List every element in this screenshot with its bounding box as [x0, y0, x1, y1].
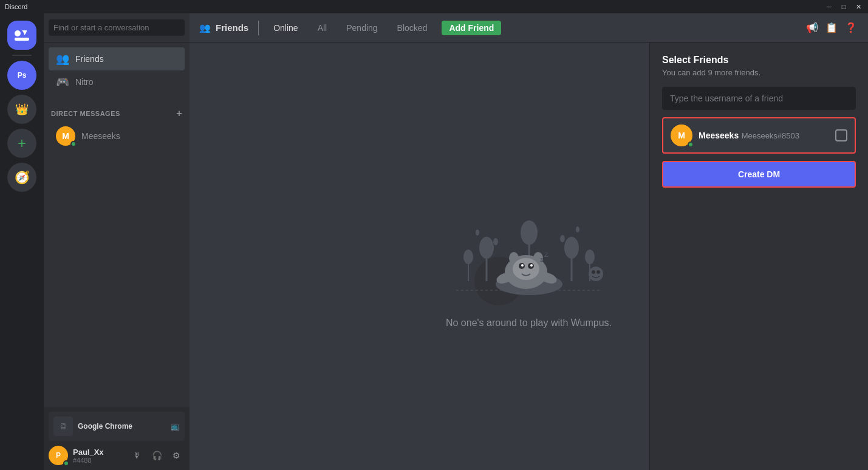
game-icon: 🖥	[59, 421, 67, 431]
friends-area: z z	[190, 43, 868, 470]
friend-search-input[interactable]	[662, 87, 856, 110]
dm-header: Direct Messages +	[44, 98, 190, 121]
user-details: Paul_Xx #4488	[73, 448, 124, 464]
svg-rect-0	[15, 30, 21, 36]
svg-point-31	[592, 270, 595, 274]
friends-header-label: Friends	[216, 22, 248, 33]
sidebar-nav: 👥 Friends 🎮 Nitro	[44, 43, 190, 98]
user-controls: 🎙 🎧 ⚙	[129, 447, 185, 464]
tab-online[interactable]: Online	[268, 21, 302, 35]
close-button[interactable]: ✕	[853, 3, 863, 11]
friend-result-name: Meeseeks	[699, 131, 739, 140]
svg-rect-1	[15, 38, 29, 41]
svg-point-8	[564, 237, 579, 259]
settings-button[interactable]: ⚙	[168, 447, 185, 464]
game-activity-text: Google Chrome	[78, 422, 166, 431]
friend-status-dot	[688, 141, 694, 148]
app-container: Ps 👑 + 🧭 👥 Friends 🎮 Nitro Direct	[0, 13, 868, 470]
server-divider	[12, 55, 32, 56]
status-dot-meeseeks	[70, 141, 77, 147]
user-tag: #4488	[73, 457, 124, 464]
game-activity-title: Google Chrome	[78, 422, 166, 431]
server-icon-explore[interactable]: 🧭	[7, 163, 36, 192]
friend-result-info: Meeseeks Meeseeks#8503	[699, 130, 829, 141]
sidebar-item-friends[interactable]: 👥 Friends	[49, 47, 185, 70]
svg-point-32	[596, 270, 600, 274]
tab-blocked[interactable]: Blocked	[392, 21, 432, 35]
svg-point-27	[476, 230, 479, 236]
titlebar: Discord ─ □ ✕	[0, 0, 868, 13]
server-icon-guild1-emoji: 👑	[15, 103, 29, 116]
svg-point-4	[479, 237, 494, 259]
main-content: 👥 Friends Online All Pending Blocked Add…	[190, 13, 868, 470]
svg-point-6	[463, 250, 473, 264]
help-button[interactable]: ❓	[844, 21, 858, 35]
add-server-button[interactable]: +	[7, 129, 36, 158]
add-server-icon: +	[18, 135, 26, 152]
server-icon-home[interactable]	[7, 21, 36, 50]
server-sidebar: Ps 👑 + 🧭	[0, 13, 44, 470]
select-friends-panel: Select Friends You can add 9 more friend…	[649, 43, 868, 470]
wumpus-illustration: z z	[432, 184, 626, 329]
titlebar-title: Discord	[5, 3, 27, 10]
main-header: 👥 Friends Online All Pending Blocked Add…	[190, 13, 868, 43]
server-icon-ps[interactable]: Ps	[7, 61, 36, 90]
mute-button[interactable]: 🎙	[129, 447, 146, 464]
svg-point-10	[585, 250, 595, 264]
tab-pending[interactable]: Pending	[341, 21, 382, 35]
header-actions: 📢 📋 ❓	[805, 21, 858, 35]
panel-subtitle: You can add 9 more friends.	[662, 68, 856, 77]
svg-point-29	[576, 226, 579, 233]
friends-icon: 👥	[56, 52, 69, 66]
wumpus-scene: z z	[432, 184, 626, 305]
titlebar-controls: ─ □ ✕	[824, 3, 863, 11]
minimize-button[interactable]: ─	[824, 3, 834, 11]
explore-icon: 🧭	[15, 170, 30, 185]
svg-point-28	[560, 235, 565, 242]
svg-point-17	[513, 258, 539, 280]
dm-item-name-meeseeks: Meeseeks	[81, 131, 120, 141]
user-status-dot	[63, 460, 69, 466]
friends-header-icon: 👥	[199, 22, 211, 33]
svg-text:z: z	[540, 256, 543, 263]
deafen-button[interactable]: 🎧	[148, 447, 165, 464]
header-section-title: 👥 Friends	[199, 22, 248, 33]
panel-title: Select Friends	[662, 55, 856, 66]
friend-result-avatar: M	[671, 124, 692, 146]
friend-avatar-text: M	[678, 131, 685, 140]
maximize-button[interactable]: □	[839, 3, 849, 11]
svg-point-12	[521, 220, 538, 245]
svg-point-20	[521, 264, 524, 267]
sidebar-item-nitro-label: Nitro	[75, 77, 94, 87]
tab-all[interactable]: All	[313, 21, 332, 35]
dm-add-button[interactable]: +	[176, 108, 182, 119]
search-input[interactable]	[49, 19, 185, 36]
wumpus-empty-text: No one's around to play with Wumpus.	[446, 318, 612, 329]
create-dm-button[interactable]: Create DM	[662, 161, 856, 188]
search-bar-container	[44, 13, 190, 43]
header-divider	[258, 21, 259, 35]
dm-avatar-text: M	[62, 131, 69, 141]
user-panel: 🖥 Google Chrome 📺 P Paul_Xx #4488 🎙	[44, 407, 190, 470]
friend-result-tag: Meeseeks#8503	[742, 131, 799, 140]
user-avatar: P	[49, 446, 68, 465]
game-activity-arrow: 📺	[171, 422, 180, 431]
game-activity-icon: 🖥	[53, 417, 73, 436]
server-icon-guild1[interactable]: 👑	[7, 95, 36, 124]
svg-text:z: z	[544, 250, 548, 259]
nitro-icon: 🎮	[56, 75, 69, 89]
svg-point-30	[589, 267, 603, 281]
dm-item-meeseeks[interactable]: M Meeseeks	[49, 121, 185, 151]
inbox-button[interactable]: 📋	[824, 21, 839, 35]
friend-result-checkbox[interactable]	[835, 129, 847, 141]
dm-header-label: Direct Messages	[51, 110, 120, 117]
sidebar-item-nitro[interactable]: 🎮 Nitro	[49, 70, 185, 94]
add-friend-button[interactable]: Add Friend	[442, 21, 501, 35]
game-activity[interactable]: 🖥 Google Chrome 📺	[49, 412, 185, 441]
sidebar-item-friends-label: Friends	[75, 54, 104, 64]
user-avatar-text: P	[56, 451, 61, 460]
user-name: Paul_Xx	[73, 448, 124, 457]
friend-result-item[interactable]: M Meeseeks Meeseeks#8503	[662, 117, 856, 154]
nitro-action-button[interactable]: 📢	[805, 21, 819, 35]
user-info: P Paul_Xx #4488 🎙 🎧 ⚙	[49, 446, 185, 465]
